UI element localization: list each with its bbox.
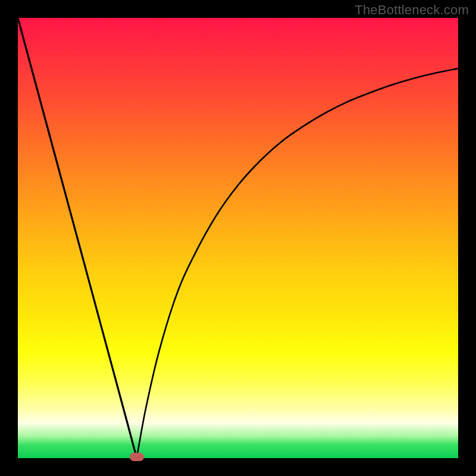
curve-right-branch bbox=[137, 68, 458, 458]
minimum-marker bbox=[130, 453, 144, 461]
chart-frame: TheBottleneck.com bbox=[0, 0, 476, 476]
bottleneck-curve bbox=[18, 18, 458, 458]
curve-left-branch bbox=[18, 18, 137, 458]
watermark-text: TheBottleneck.com bbox=[355, 2, 469, 18]
plot-area bbox=[18, 18, 458, 458]
